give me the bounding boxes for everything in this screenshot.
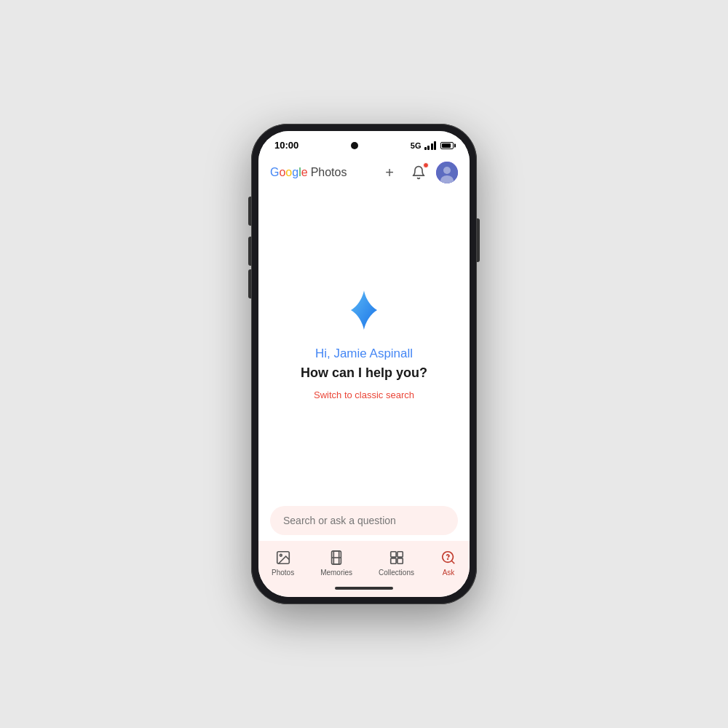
svg-rect-10: [390, 558, 395, 563]
memories-nav-label: Memories: [320, 569, 352, 577]
svg-rect-9: [397, 552, 402, 557]
status-icons: 5G: [411, 141, 454, 150]
status-bar: 10:00 5G: [258, 131, 470, 155]
add-button[interactable]: +: [378, 161, 401, 184]
battery-icon: [440, 142, 454, 149]
app-logo: Google Photos: [270, 166, 347, 179]
phone-screen: 10:00 5G Google Phot: [258, 131, 470, 597]
memories-nav-icon: [328, 550, 344, 566]
avatar[interactable]: [436, 162, 458, 183]
signal-bars-icon: [424, 141, 437, 150]
svg-point-1: [443, 167, 451, 174]
svg-rect-8: [390, 552, 395, 557]
collections-nav-icon: [389, 550, 405, 566]
svg-line-13: [451, 561, 454, 563]
switch-classic-search-link[interactable]: Switch to classic search: [314, 389, 414, 400]
search-input[interactable]: [270, 506, 458, 535]
photos-nav-label: Photos: [272, 569, 294, 577]
home-bar: [335, 587, 393, 590]
main-content: Hi, Jamie Aspinall How can I help you? S…: [258, 191, 470, 497]
nav-item-ask[interactable]: Ask: [432, 547, 465, 579]
notification-button[interactable]: [407, 161, 430, 184]
collections-nav-label: Collections: [379, 569, 414, 577]
notification-dot: [423, 162, 429, 168]
app-header: Google Photos +: [258, 155, 470, 191]
nav-item-photos[interactable]: Photos: [263, 547, 303, 579]
camera-notch: [351, 142, 358, 149]
home-indicator: [258, 582, 470, 597]
status-time: 10:00: [274, 140, 298, 151]
header-actions: +: [378, 161, 458, 184]
search-area: [258, 497, 470, 541]
photos-nav-icon: [275, 550, 291, 566]
greeting-text: Hi, Jamie Aspinall: [315, 347, 413, 361]
svg-point-4: [280, 554, 282, 556]
nav-item-memories[interactable]: Memories: [312, 547, 361, 579]
photos-brand-text: Photos: [311, 166, 347, 179]
help-text: How can I help you?: [301, 365, 427, 381]
nav-item-collections[interactable]: Collections: [370, 547, 423, 579]
ask-nav-icon: [440, 550, 456, 566]
gemini-star-icon: [342, 288, 386, 332]
svg-rect-11: [397, 558, 402, 563]
phone-frame: 10:00 5G Google Phot: [251, 124, 477, 604]
ask-nav-label: Ask: [443, 569, 455, 577]
bottom-nav: Photos Memories Collections: [258, 541, 470, 582]
google-brand-text: Google: [270, 166, 308, 179]
network-label: 5G: [411, 141, 422, 150]
svg-point-14: [448, 558, 448, 559]
